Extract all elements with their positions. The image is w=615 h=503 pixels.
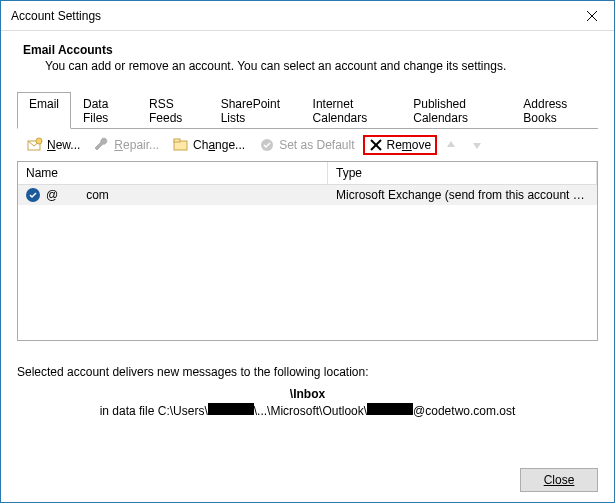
title-bar: Account Settings <box>1 1 614 31</box>
tab-email[interactable]: Email <box>17 92 71 129</box>
cell-type: Microsoft Exchange (send from this accou… <box>328 185 597 205</box>
section-subtext: You can add or remove an account. You ca… <box>17 59 598 91</box>
location-inbox: \Inbox <box>17 387 598 401</box>
move-up-button <box>439 136 463 154</box>
check-circle-icon <box>259 137 275 153</box>
change-button[interactable]: Change... <box>167 134 251 156</box>
table-body: @ com Microsoft Exchange (send from this… <box>18 185 597 205</box>
svg-rect-5 <box>174 139 180 142</box>
location-path: in data file C:\Users\ \...\Microsoft\Ou… <box>17 403 598 418</box>
col-name-header[interactable]: Name <box>18 162 328 184</box>
location-block: Selected account delivers new messages t… <box>17 365 598 418</box>
section-heading: Email Accounts <box>17 39 598 59</box>
tab-rss-feeds[interactable]: RSS Feeds <box>137 92 209 129</box>
envelope-new-icon <box>27 137 43 153</box>
tab-published-calendars[interactable]: Published Calendars <box>401 92 511 129</box>
tab-strip: Email Data Files RSS Feeds SharePoint Li… <box>17 91 598 129</box>
dialog-window: Account Settings Email Accounts You can … <box>0 0 615 503</box>
svg-marker-10 <box>473 143 481 149</box>
repair-button: Repair... <box>88 134 165 156</box>
table-row[interactable]: @ com Microsoft Exchange (send from this… <box>18 185 597 205</box>
content-area: Email Accounts You can add or remove an … <box>1 31 614 458</box>
table-header: Name Type <box>18 162 597 185</box>
folder-change-icon <box>173 137 189 153</box>
move-down-button <box>465 136 489 154</box>
svg-point-3 <box>36 138 42 144</box>
location-text: Selected account delivers new messages t… <box>17 365 598 379</box>
close-icon <box>587 11 597 21</box>
set-default-button: Set as Default <box>253 134 360 156</box>
tab-sharepoint-lists[interactable]: SharePoint Lists <box>209 92 301 129</box>
tab-internet-calendars[interactable]: Internet Calendars <box>301 92 402 129</box>
toolbar: New... Repair... Change... Set as Defaul… <box>17 129 598 161</box>
remove-x-icon <box>369 138 383 152</box>
default-account-icon <box>26 188 40 202</box>
tab-data-files[interactable]: Data Files <box>71 92 137 129</box>
accounts-table: Name Type @ com Microsoft Exchange (send… <box>17 161 598 341</box>
cell-name: @ com <box>18 185 328 205</box>
remove-button[interactable]: Remove <box>363 135 438 155</box>
wrench-icon <box>94 137 110 153</box>
redacted-segment <box>208 403 254 415</box>
footer: Close <box>1 458 614 502</box>
redacted-segment <box>367 403 413 415</box>
new-button[interactable]: New... <box>21 134 86 156</box>
arrow-down-icon <box>471 139 483 151</box>
close-button[interactable]: Close <box>520 468 598 492</box>
svg-marker-9 <box>447 141 455 147</box>
tab-address-books[interactable]: Address Books <box>511 92 598 129</box>
window-close-button[interactable] <box>569 1 614 30</box>
arrow-up-icon <box>445 139 457 151</box>
window-title: Account Settings <box>11 9 101 23</box>
col-type-header[interactable]: Type <box>328 162 597 184</box>
